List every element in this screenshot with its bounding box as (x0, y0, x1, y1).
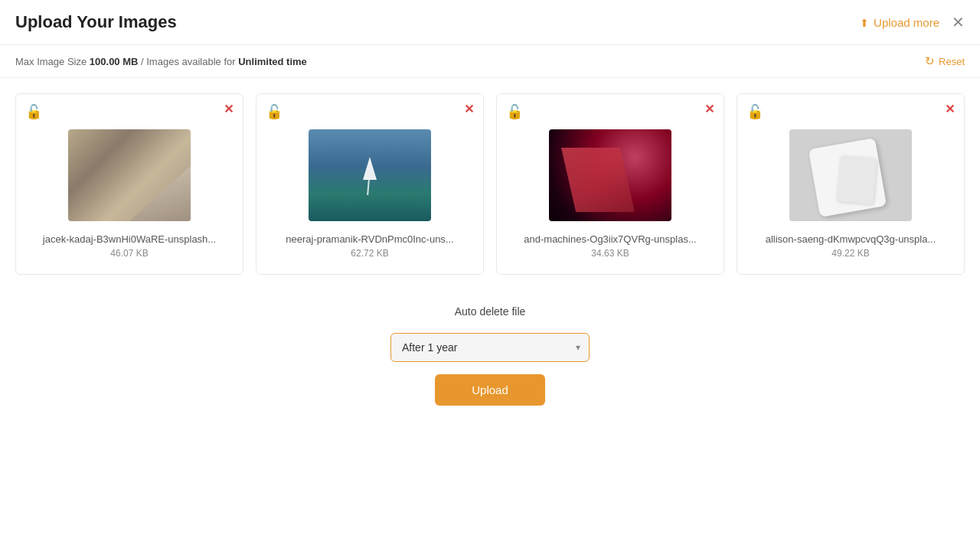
filename-3: and-machines-Og3iix7QVRg-unsplas... (524, 233, 696, 245)
upload-button[interactable]: Upload (435, 374, 545, 406)
close-button[interactable]: ✕ (952, 13, 965, 31)
image-preview-1 (68, 129, 191, 221)
filename-4: allison-saeng-dKmwpcvqQ3g-unsplа... (766, 233, 936, 245)
lock-icon-3[interactable]: 🔓 (506, 103, 523, 120)
reset-icon (925, 54, 935, 68)
remove-image-2[interactable]: ✕ (464, 102, 474, 116)
filesize-1: 46.07 KB (110, 248, 148, 259)
page-title: Upload Your Images (15, 12, 177, 32)
thumbnail-3 (549, 129, 671, 221)
reset-button[interactable]: Reset (925, 54, 965, 68)
auto-delete-select-wrapper: Never After 1 day After 1 week After 1 m… (390, 333, 590, 362)
lock-icon-4[interactable]: 🔓 (746, 103, 763, 120)
thumbnail-4 (789, 129, 912, 221)
image-preview-2 (309, 129, 431, 221)
thumbnail-1 (68, 129, 191, 221)
header-actions: Upload more ✕ (860, 13, 965, 31)
sub-header: Max Image Size 100.00 MB / Images availa… (0, 45, 980, 78)
header: Upload Your Images Upload more ✕ (0, 0, 980, 45)
remove-image-1[interactable]: ✕ (224, 102, 234, 116)
image-card-3: 🔓 ✕ and-machines-Og3iix7QVRg-unsplas... … (496, 93, 724, 275)
lock-icon-2[interactable]: 🔓 (266, 103, 283, 120)
thumbnail-2 (309, 129, 431, 221)
filesize-4: 49.22 KB (831, 248, 869, 259)
info-text: Max Image Size 100.00 MB / Images availa… (15, 56, 307, 67)
image-preview-4 (789, 129, 912, 221)
image-grid: 🔓 ✕ jacek-kadaj-B3wnHi0WaRE-unsplash... … (0, 78, 980, 290)
auto-delete-label: Auto delete file (455, 305, 526, 318)
bottom-section: Auto delete file Never After 1 day After… (0, 290, 980, 429)
filesize-3: 34.63 KB (591, 248, 629, 259)
image-preview-3 (549, 129, 671, 221)
filename-2: neeraj-pramanik-RVDnPmc0Inc-uns... (286, 233, 453, 245)
image-card-4: 🔓 ✕ allison-saeng-dKmwpcvqQ3g-unsplа... … (737, 93, 965, 275)
upload-more-button[interactable]: Upload more (860, 16, 939, 29)
image-card-2: 🔓 ✕ neeraj-pramanik-RVDnPmc0Inc-uns... 6… (256, 93, 484, 275)
image-card-1: 🔓 ✕ jacek-kadaj-B3wnHi0WaRE-unsplash... … (15, 93, 243, 275)
filename-1: jacek-kadaj-B3wnHi0WaRE-unsplash... (43, 233, 216, 245)
filesize-2: 62.72 KB (351, 248, 388, 259)
lock-icon-1[interactable]: 🔓 (25, 103, 42, 120)
remove-image-4[interactable]: ✕ (945, 102, 955, 116)
auto-delete-select[interactable]: Never After 1 day After 1 week After 1 m… (390, 333, 590, 362)
remove-image-3[interactable]: ✕ (704, 102, 714, 116)
upload-icon (860, 16, 869, 29)
